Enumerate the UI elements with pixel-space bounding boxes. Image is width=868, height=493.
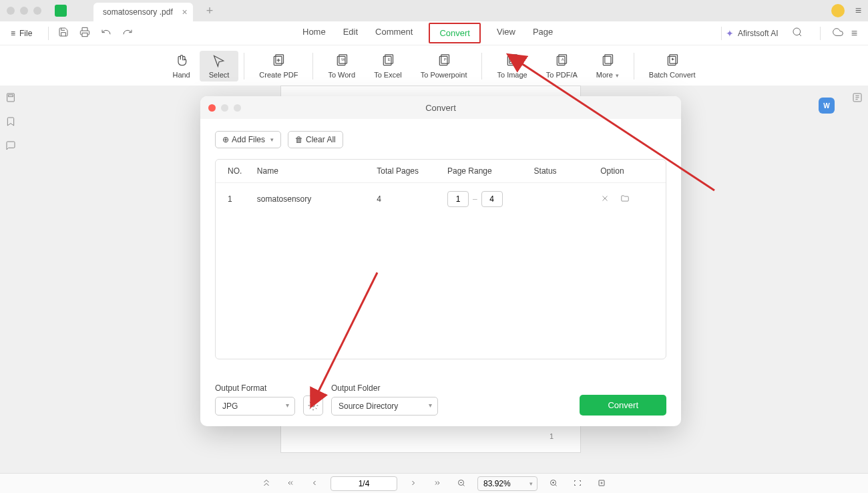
ribbon-to-excel[interactable]: E To Excel: [365, 51, 411, 81]
remove-row-icon[interactable]: [600, 194, 610, 205]
zoom-out-icon[interactable]: [453, 476, 469, 491]
cloud-icon[interactable]: [833, 27, 843, 40]
save-icon[interactable]: [53, 24, 74, 43]
ribbon-to-pdfa[interactable]: A To PDF/A: [537, 51, 587, 81]
sparkle-icon: ✦: [726, 28, 734, 39]
clear-all-button[interactable]: 🗑 Clear All: [288, 131, 343, 148]
files-table: NO. Name Total Pages Page Range Status O…: [215, 159, 666, 359]
ribbon-batch-convert[interactable]: Batch Convert: [640, 51, 705, 81]
output-folder-label: Output Folder: [331, 383, 438, 393]
ribbon-more[interactable]: More▾: [587, 51, 628, 81]
range-to-input[interactable]: [481, 191, 503, 207]
ai-label: Afirstsoft AI: [738, 29, 779, 38]
hand-icon: [174, 53, 189, 68]
zoom-in-icon[interactable]: [546, 476, 562, 491]
float-badge-icon[interactable]: W: [819, 98, 835, 114]
undo-icon[interactable]: [95, 24, 117, 43]
ribbon-to-word[interactable]: W To Word: [318, 51, 365, 81]
document-tab[interactable]: somatosensory .pdf ×: [93, 3, 193, 21]
ribbon-label: To Word: [328, 71, 355, 79]
fit-width-icon[interactable]: [570, 476, 586, 491]
table-row: 1 somatosensory 4 –: [216, 183, 666, 215]
thumbnails-icon[interactable]: [5, 92, 16, 106]
ribbon-hand[interactable]: Hand: [163, 51, 199, 81]
ribbon-create-pdf[interactable]: Create PDF: [250, 51, 307, 81]
batch-icon: [665, 53, 680, 68]
menu-home[interactable]: Home: [301, 23, 327, 43]
ai-button[interactable]: ✦ Afirstsoft AI: [726, 28, 779, 39]
user-avatar[interactable]: [831, 4, 845, 17]
left-sidebar: [0, 86, 21, 154]
menu-edit[interactable]: Edit: [342, 23, 359, 43]
page-number: 1: [550, 432, 554, 440]
dialog-title-text: Convert: [425, 103, 456, 113]
plus-icon: ⊕: [222, 135, 229, 144]
bookmarks-icon[interactable]: [5, 116, 16, 130]
output-format-select[interactable]: JPG: [215, 397, 295, 416]
window-controls[interactable]: [7, 7, 41, 15]
gear-icon: [308, 400, 318, 411]
ribbon-toolbar: Hand Select Create PDF W To Word E To Ex…: [0, 45, 868, 86]
menu-convert[interactable]: Convert: [429, 23, 481, 43]
zoom-select[interactable]: 83.92%: [477, 476, 537, 491]
svg-rect-0: [82, 33, 87, 36]
close-tab-icon[interactable]: ×: [182, 7, 188, 17]
first-page-icon[interactable]: [282, 476, 298, 491]
prev-page-icon[interactable]: [306, 476, 322, 491]
titlebar: somatosensory .pdf × + ≡: [0, 0, 868, 21]
range-from-input[interactable]: [447, 191, 469, 207]
output-folder-select[interactable]: Source Directory: [331, 397, 438, 416]
format-settings-button[interactable]: [303, 395, 323, 416]
menu-view[interactable]: View: [495, 23, 517, 43]
menu-icon[interactable]: ≡: [855, 5, 861, 17]
properties-icon[interactable]: [852, 92, 863, 106]
dialog-footer: Output Format JPG Output Folder Source D…: [215, 383, 666, 416]
ribbon-label: To Image: [497, 71, 527, 79]
clear-all-label: Clear All: [306, 135, 336, 144]
ribbon-label: Select: [209, 71, 230, 79]
print-icon[interactable]: [74, 24, 95, 43]
convert-dialog: Convert ⊕ Add Files ▾ 🗑 Clear All NO. Na…: [200, 96, 681, 426]
svg-text:A: A: [562, 57, 564, 61]
right-sidebar: [847, 86, 868, 106]
chevron-down-icon: ▾: [270, 136, 274, 143]
menu-page[interactable]: Page: [531, 23, 554, 43]
redo-icon[interactable]: [117, 24, 138, 43]
ribbon-to-powerpoint[interactable]: P To Powerpoint: [411, 51, 477, 81]
cursor-icon: [212, 53, 226, 68]
dialog-window-controls[interactable]: [208, 104, 241, 112]
create-pdf-icon: [271, 53, 286, 68]
col-total: Total Pages: [377, 166, 447, 176]
svg-point-15: [511, 57, 513, 59]
menubar: ≡ File Home Edit Comment Convert View Pa…: [0, 21, 868, 45]
folder-icon[interactable]: [620, 194, 630, 205]
page-number-input[interactable]: [331, 476, 397, 491]
col-range: Page Range: [447, 166, 534, 176]
next-page-icon[interactable]: [405, 476, 421, 491]
svg-point-32: [601, 482, 602, 484]
convert-button[interactable]: Convert: [580, 395, 666, 416]
row-range: –: [447, 191, 534, 207]
file-menu-button[interactable]: ≡ File: [11, 29, 32, 38]
scroll-top-icon[interactable]: [258, 476, 274, 491]
col-option: Option: [600, 166, 654, 176]
add-files-label: Add Files: [232, 135, 265, 144]
add-files-button[interactable]: ⊕ Add Files ▾: [215, 131, 281, 148]
ribbon-to-image[interactable]: To Image: [487, 51, 536, 81]
add-tab-button[interactable]: +: [206, 4, 214, 18]
dialog-titlebar: Convert: [200, 96, 681, 119]
col-no: NO.: [228, 166, 257, 176]
image-icon: [505, 53, 519, 68]
fit-page-icon[interactable]: [594, 476, 610, 491]
svg-rect-24: [9, 95, 13, 97]
menu-comment[interactable]: Comment: [374, 23, 414, 43]
ribbon-label: To Powerpoint: [421, 71, 467, 79]
search-icon[interactable]: [787, 24, 808, 43]
svg-rect-31: [599, 480, 604, 486]
panel-icon[interactable]: ≡: [851, 27, 857, 39]
ribbon-label: Create PDF: [259, 71, 298, 79]
tab-title: somatosensory .pdf: [103, 7, 173, 17]
comments-icon[interactable]: [5, 140, 16, 154]
last-page-icon[interactable]: [429, 476, 445, 491]
ribbon-select[interactable]: Select: [200, 51, 239, 81]
